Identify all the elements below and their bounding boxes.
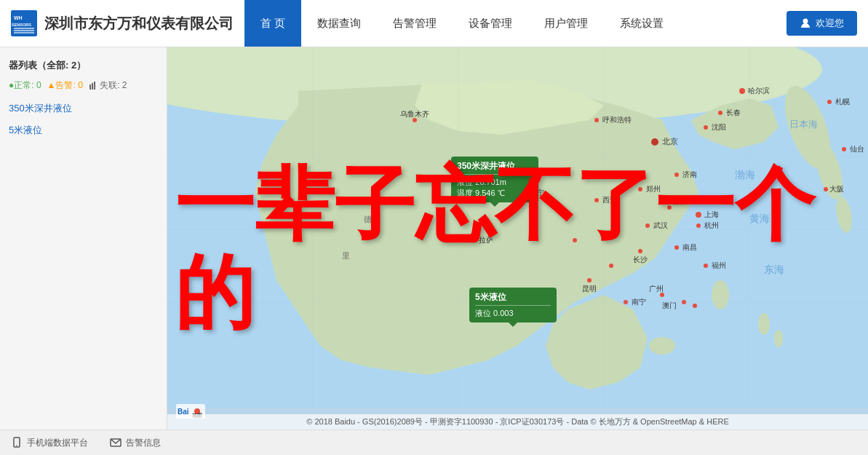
svg-text:大阪: 大阪 (829, 185, 844, 193)
svg-rect-3 (14, 28, 34, 29)
svg-text:北京: 北京 (662, 137, 678, 146)
footer-alert-label: 告警信息 (126, 437, 161, 449)
nav-device-mgmt[interactable]: 设备管理 (453, 0, 528, 47)
svg-text:SENSORS: SENSORS (12, 23, 31, 27)
sidebar-title: 器列表（全部: 2） (0, 55, 167, 76)
sidebar: 器列表（全部: 2） ●正常: 0 ▲告警: 0 失联: 2 350米深井液位 … (0, 47, 167, 455)
stat-normal: ●正常: 0 (9, 79, 41, 92)
svg-text:呼和浩特: 呼和浩特 (602, 116, 632, 124)
svg-point-92 (16, 445, 17, 446)
svg-text:长春: 长春 (726, 108, 741, 116)
overlay-line1: 一辈子忘不了一个 (175, 160, 815, 248)
overlay-text: 一辈子忘不了一个 的 (175, 160, 815, 336)
svg-point-16 (649, 337, 675, 355)
svg-text:沈阳: 沈阳 (712, 123, 726, 131)
nav-home[interactable]: 首 页 (244, 0, 301, 47)
map-area[interactable]: 北京 上海 哈尔滨 长春 沈阳 呼和浩特 西宁 西安 郑州 (167, 47, 868, 455)
svg-point-65 (824, 187, 828, 191)
svg-rect-5 (14, 32, 34, 33)
user-area: 欢迎您 (776, 11, 868, 36)
stat-lost: 失联: 2 (89, 79, 127, 92)
nav-data-query[interactable]: 数据查询 (301, 0, 377, 47)
logo-area: WH SENSORS 深圳市东方万和仪表有限公司 (0, 10, 244, 36)
svg-text:哈尔滨: 哈尔滨 (748, 87, 770, 95)
map-attribution: © 2018 Baidu - GS(2016)2089号 - 甲测资字11009… (167, 414, 868, 430)
svg-point-27 (704, 125, 708, 130)
svg-rect-4 (14, 30, 34, 31)
svg-point-19 (651, 138, 658, 146)
company-name: 深圳市东方万和仪表有限公司 (44, 14, 234, 33)
device-item-1[interactable]: 350米深井液位 (0, 98, 167, 119)
nav-alert-mgmt[interactable]: 告警管理 (377, 0, 453, 47)
svg-rect-8 (92, 83, 93, 90)
mobile-icon (11, 437, 23, 448)
user-button[interactable]: 欢迎您 (787, 11, 857, 36)
svg-point-23 (739, 88, 745, 94)
svg-text:仙台: 仙台 (850, 145, 864, 153)
footer-mobile-label: 手机端数据平台 (27, 437, 88, 449)
svg-text:日本海: 日本海 (789, 119, 818, 130)
svg-point-6 (803, 19, 808, 24)
nav-user-mgmt[interactable]: 用户管理 (528, 0, 604, 47)
mail-icon (110, 437, 122, 448)
svg-rect-7 (89, 84, 91, 90)
main-nav: 首 页 数据查询 告警管理 设备管理 用户管理 系统设置 (244, 0, 776, 47)
footer-alert[interactable]: 告警信息 (110, 437, 161, 449)
logo-icon: WH SENSORS (11, 10, 37, 36)
svg-point-25 (718, 111, 722, 115)
svg-text:WH: WH (14, 15, 23, 20)
main-content: 器列表（全部: 2） ●正常: 0 ▲告警: 0 失联: 2 350米深井液位 … (0, 47, 868, 455)
sidebar-stats: ●正常: 0 ▲告警: 0 失联: 2 (0, 76, 167, 98)
user-label: 欢迎您 (816, 17, 844, 30)
footer: 手机端数据平台 告警信息 (0, 430, 868, 455)
svg-rect-9 (94, 82, 95, 90)
svg-text:乌鲁木齐: 乌鲁木齐 (400, 110, 429, 118)
svg-point-63 (413, 118, 417, 122)
footer-mobile[interactable]: 手机端数据平台 (11, 437, 88, 449)
stat-warning: ▲告警: 0 (47, 79, 83, 92)
svg-point-67 (827, 100, 832, 104)
overlay-line2: 的 (175, 248, 815, 336)
svg-text:札幌: 札幌 (835, 98, 850, 106)
svg-point-69 (842, 147, 846, 151)
svg-point-29 (594, 118, 599, 122)
nav-settings[interactable]: 系统设置 (604, 0, 680, 47)
device-item-2[interactable]: 5米液位 (0, 119, 167, 141)
